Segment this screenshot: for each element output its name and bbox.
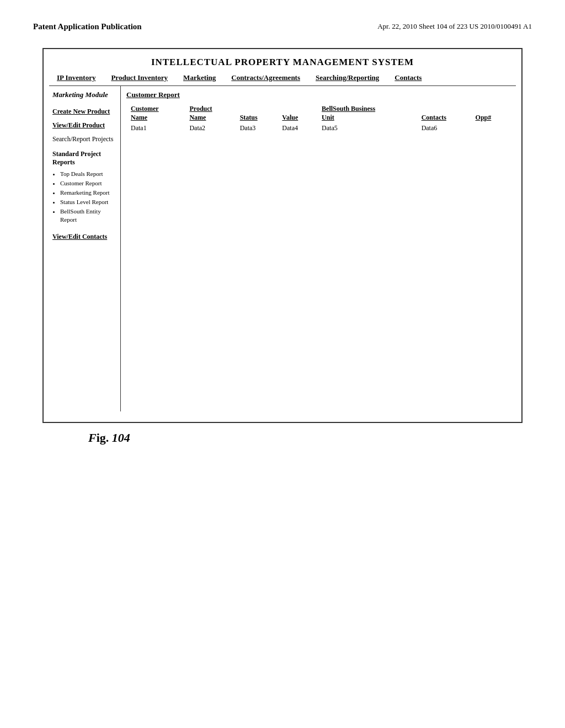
cell-0-2: Data3 (236, 123, 278, 133)
publication-info: Apr. 22, 2010 Sheet 104 of 223 US 2010/0… (377, 22, 532, 31)
publication-label: Patent Application Publication (33, 22, 142, 31)
nav-item-marketing[interactable]: Marketing (175, 72, 223, 83)
right-panel: Customer Report CustomerNameProductNameS… (121, 86, 516, 411)
table-header-row: CustomerNameProductNameStatusValueBellSo… (126, 104, 510, 123)
standard-project-reports: Standard Project Reports (52, 150, 117, 167)
report-title: Customer Report (126, 90, 510, 99)
col-header-3: Value (278, 104, 317, 123)
page-header: Patent Application Publication Apr. 22, … (0, 0, 565, 37)
table-row: Data1Data2Data3Data4Data5Data6 (126, 123, 510, 133)
figure-number: Fig. 104 (88, 431, 130, 445)
cell-0-6 (471, 123, 510, 133)
bullet-item-0[interactable]: Top Deals Report (60, 170, 117, 178)
col-header-0: CustomerName (126, 104, 185, 123)
content-area: Marketing Module Create New Product View… (49, 86, 516, 411)
cell-0-3: Data4 (278, 123, 317, 133)
bullet-item-3[interactable]: Status Level Report (60, 198, 117, 206)
system-title: INTELLECTUAL PROPERTY MANAGEMENT SYSTEM (49, 55, 516, 68)
cell-0-5: Data6 (417, 123, 471, 133)
col-header-5: Contacts (417, 104, 471, 123)
figure-caption: Fig. 104 (88, 431, 130, 445)
nav-item-searching-reporting[interactable]: Searching/Reporting (308, 72, 387, 83)
bullet-item-2[interactable]: Remarketing Report (60, 189, 117, 197)
col-header-4: BellSouth BusinessUnit (317, 104, 417, 123)
view-edit-contacts-link[interactable]: View/Edit Contacts (52, 233, 117, 241)
cell-0-1: Data2 (185, 123, 235, 133)
col-header-1: ProductName (185, 104, 235, 123)
report-bullet-list: Top Deals ReportCustomer ReportRemarketi… (52, 170, 117, 225)
left-sidebar: Marketing Module Create New Product View… (49, 86, 121, 411)
diagram-container: INTELLECTUAL PROPERTY MANAGEMENT SYSTEM … (42, 48, 523, 423)
navigation-bar: IP InventoryProduct InventoryMarketingCo… (49, 72, 516, 86)
main-content: INTELLECTUAL PROPERTY MANAGEMENT SYSTEM … (0, 37, 565, 434)
nav-item-contracts-agreements[interactable]: Contracts/Agreements (223, 72, 308, 83)
nav-item-ip-inventory[interactable]: IP Inventory (49, 72, 103, 83)
col-header-2: Status (236, 104, 278, 123)
nav-item-contacts[interactable]: Contacts (387, 72, 429, 83)
module-name: Marketing Module (52, 90, 117, 100)
customer-report-section: Customer Report CustomerNameProductNameS… (126, 90, 510, 133)
nav-item-product-inventory[interactable]: Product Inventory (103, 72, 175, 83)
bullet-item-1[interactable]: Customer Report (60, 179, 117, 188)
view-edit-product-link[interactable]: View/Edit Product (52, 121, 117, 130)
search-report-item[interactable]: Search/Report Projects (52, 135, 117, 143)
col-header-6: Opp# (471, 104, 510, 123)
customer-report-table: CustomerNameProductNameStatusValueBellSo… (126, 104, 510, 133)
bullet-item-4[interactable]: BellSouth Entity Report (60, 207, 117, 224)
cell-0-0: Data1 (126, 123, 185, 133)
create-new-product-link[interactable]: Create New Product (52, 108, 117, 116)
cell-0-4: Data5 (317, 123, 417, 133)
